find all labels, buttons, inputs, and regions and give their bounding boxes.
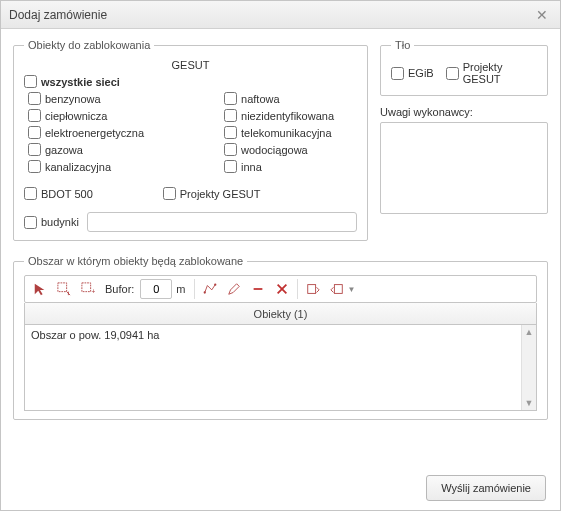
- checkbox-budynki[interactable]: [24, 216, 37, 229]
- checkbox-telekom[interactable]: [224, 126, 237, 139]
- svg-point-6: [214, 283, 216, 285]
- tool-delete-icon[interactable]: [271, 278, 293, 300]
- close-icon[interactable]: ✕: [532, 5, 552, 25]
- checkbox-cieplownicza[interactable]: [28, 109, 41, 122]
- buffer-input[interactable]: [140, 279, 172, 299]
- tool-select-icon[interactable]: [29, 278, 51, 300]
- label-budynki: budynki: [41, 216, 79, 228]
- comments-block: Uwagi wykonawcy:: [380, 106, 548, 216]
- label-wodoc: wodociągowa: [241, 144, 308, 156]
- buffer-label: Bufor:: [105, 283, 134, 295]
- titlebar: Dodaj zamówienie ✕: [1, 1, 560, 29]
- checkbox-ee[interactable]: [28, 126, 41, 139]
- label-naftowa: naftowa: [241, 93, 280, 105]
- comments-textarea[interactable]: [380, 122, 548, 214]
- label-gazowa: gazowa: [45, 144, 83, 156]
- label-niezident: niezidentyfikowana: [241, 110, 334, 122]
- tool-import-icon[interactable]: [302, 278, 324, 300]
- background-legend: Tło: [391, 39, 414, 51]
- toolbar-separator: [194, 279, 195, 299]
- label-projekty-gesut: Projekty GESUT: [180, 188, 261, 200]
- objects-fieldset: Obiekty do zablokowania GESUT wszystkie …: [13, 39, 368, 241]
- checkbox-gazowa[interactable]: [28, 143, 41, 156]
- label-kanal: kanalizacyjna: [45, 161, 111, 173]
- dropdown-caret-icon[interactable]: ▼: [348, 285, 356, 294]
- comments-label: Uwagi wykonawcy:: [380, 106, 548, 118]
- checkbox-wodoc[interactable]: [224, 143, 237, 156]
- label-inna: inna: [241, 161, 262, 173]
- label-all-networks: wszystkie sieci: [41, 76, 120, 88]
- buffer-unit: m: [176, 283, 185, 295]
- svg-rect-11: [334, 285, 342, 294]
- area-fieldset: Obszar w którym obiekty będą zablokowane…: [13, 255, 548, 420]
- tool-add-area-icon[interactable]: +: [77, 278, 99, 300]
- checkbox-bdot500[interactable]: [24, 187, 37, 200]
- tool-export-icon[interactable]: [326, 278, 348, 300]
- scroll-down-icon[interactable]: ▼: [525, 396, 534, 410]
- checkbox-inna[interactable]: [224, 160, 237, 173]
- label-bdot500: BDOT 500: [41, 188, 93, 200]
- label-ee: elektroenergetyczna: [45, 127, 144, 139]
- grid-body: Obszar o pow. 19,0941 ha ▲ ▼: [24, 325, 537, 411]
- tool-remove-icon[interactable]: [247, 278, 269, 300]
- dialog-footer: Wyślij zamówienie: [1, 466, 560, 510]
- label-bg-projekty: Projekty GESUT: [463, 61, 537, 85]
- submit-button[interactable]: Wyślij zamówienie: [426, 475, 546, 501]
- label-benzynowa: benzynowa: [45, 93, 101, 105]
- svg-point-5: [203, 291, 205, 293]
- tool-add-point-icon[interactable]: [53, 278, 75, 300]
- gesut-heading: GESUT: [24, 59, 357, 71]
- window-title: Dodaj zamówienie: [9, 8, 107, 22]
- checkbox-all-networks[interactable]: [24, 75, 37, 88]
- scrollbar[interactable]: ▲ ▼: [521, 325, 536, 410]
- tool-draw-poly-icon[interactable]: [199, 278, 221, 300]
- label-telekom: telekomunikacyjna: [241, 127, 332, 139]
- toolbar-separator-2: [297, 279, 298, 299]
- area-toolbar: + Bufor: m: [24, 275, 537, 303]
- tool-edit-icon[interactable]: [223, 278, 245, 300]
- checkbox-naftowa[interactable]: [224, 92, 237, 105]
- area-legend: Obszar w którym obiekty będą zablokowane: [24, 255, 247, 267]
- label-egib: EGiB: [408, 67, 434, 79]
- checkbox-projekty-gesut[interactable]: [163, 187, 176, 200]
- grid-row-area[interactable]: Obszar o pow. 19,0941 ha: [25, 325, 536, 345]
- label-cieplownicza: ciepłownicza: [45, 110, 107, 122]
- row-all-networks: wszystkie sieci: [24, 75, 357, 88]
- background-fieldset: Tło EGiB Projekty GESUT: [380, 39, 548, 96]
- input-budynki[interactable]: [87, 212, 357, 232]
- svg-rect-10: [307, 285, 315, 294]
- checkbox-bg-projekty[interactable]: [446, 67, 459, 80]
- checkbox-niezident[interactable]: [224, 109, 237, 122]
- svg-rect-3: [82, 283, 91, 292]
- dialog-window: Dodaj zamówienie ✕ Obiekty do zablokowan…: [0, 0, 561, 511]
- scroll-up-icon[interactable]: ▲: [525, 325, 534, 339]
- dialog-body: Obiekty do zablokowania GESUT wszystkie …: [1, 29, 560, 466]
- checkbox-kanal[interactable]: [28, 160, 41, 173]
- svg-text:+: +: [92, 288, 96, 295]
- checkbox-egib[interactable]: [391, 67, 404, 80]
- objects-legend: Obiekty do zablokowania: [24, 39, 154, 51]
- grid-header: Obiekty (1): [24, 303, 537, 325]
- checkbox-benzynowa[interactable]: [28, 92, 41, 105]
- grid-header-label: Obiekty (1): [254, 308, 308, 320]
- svg-rect-0: [58, 283, 67, 292]
